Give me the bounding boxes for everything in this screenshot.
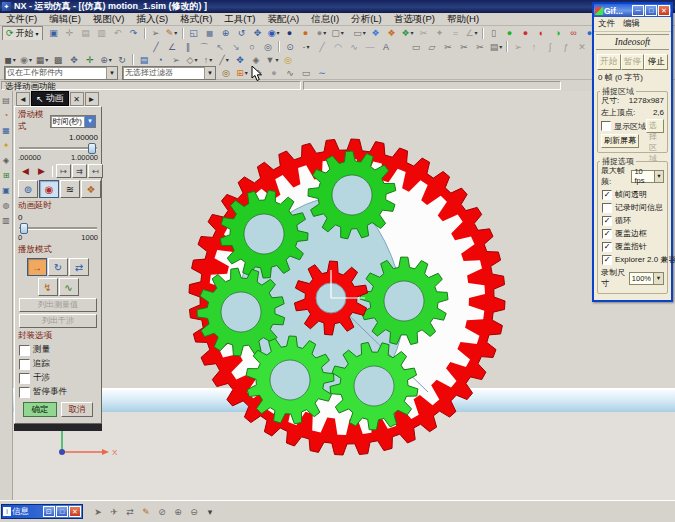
play-loop-icon[interactable]: ↻ <box>48 258 68 276</box>
vector-icon[interactable]: ↖ <box>213 40 228 54</box>
dropdown-arrow-icon[interactable]: ▾ <box>499 41 502 53</box>
paste-icon[interactable]: ▥ <box>94 26 109 40</box>
frame-icon[interactable]: ▭ <box>409 40 424 54</box>
integral-icon[interactable]: ʃ <box>543 40 558 54</box>
reuse-library-icon[interactable]: ✦ <box>0 139 13 152</box>
tab-prev-button[interactable]: ◄ <box>16 92 30 106</box>
part-navigator-icon[interactable]: ▦ <box>0 124 13 137</box>
checkbox-box[interactable]: ✓ <box>602 190 612 200</box>
disable-icon[interactable]: ⊘ <box>155 505 170 519</box>
edit-icon[interactable]: ✎ <box>139 505 154 519</box>
pick-icon[interactable]: ➢ <box>169 53 184 67</box>
function-icon[interactable]: ƒ <box>559 40 574 54</box>
checkbox-box[interactable]: ✓ <box>602 255 612 265</box>
cut2-icon[interactable]: ✂ <box>457 40 472 54</box>
bullseye-icon[interactable]: ◎ <box>281 53 296 67</box>
checkbox-item[interactable]: ✓覆盖边框 <box>602 228 663 239</box>
chevron-down-icon[interactable]: ▼ <box>204 67 215 79</box>
snap-mid-icon[interactable]: ❖▾ <box>400 26 415 40</box>
target-icon[interactable]: ⊕▾ <box>99 53 114 67</box>
checkbox-item[interactable]: ✓循环 <box>602 215 663 226</box>
play-once-icon[interactable]: → <box>27 258 47 276</box>
checkbox-box[interactable]: ✓ <box>602 229 612 239</box>
checkbox-item[interactable]: 测量 <box>19 344 97 356</box>
selection-filter-combo[interactable]: 无选择过滤器 ▼ <box>122 66 216 80</box>
shaded-view-icon[interactable]: ◉▾ <box>266 26 281 40</box>
trace-icon[interactable]: ∿ <box>59 278 79 296</box>
redo-icon[interactable]: ↷ <box>126 26 141 40</box>
down-icon[interactable]: ▼▾ <box>265 53 280 67</box>
segment-icon[interactable]: — <box>363 40 378 54</box>
ok-button[interactable]: 确定 <box>23 402 57 417</box>
show-area-checkbox[interactable]: 显示区域 <box>601 121 646 132</box>
record-pause-button[interactable]: 暂停 <box>621 54 645 70</box>
select-area-button[interactable]: 选择区域 <box>646 119 664 133</box>
menu-item[interactable]: 文件 <box>598 18 615 30</box>
tab-next-button[interactable]: ► <box>85 92 99 106</box>
send-icon[interactable]: ✈ <box>107 505 122 519</box>
move-icon[interactable]: ✥ <box>67 53 82 67</box>
record-start-button[interactable]: 开始 <box>597 54 621 70</box>
cut3-icon[interactable]: ✂ <box>473 40 488 54</box>
arrow-up-icon[interactable]: ↑▾ <box>201 53 216 67</box>
menu-item[interactable]: 编辑(E) <box>43 13 87 26</box>
joint-icon[interactable]: ● <box>518 26 533 40</box>
menu-item[interactable]: 视图(V) <box>87 13 131 26</box>
hole-icon[interactable]: ◉▾ <box>19 53 34 67</box>
background-icon[interactable]: ●▾ <box>314 26 329 40</box>
time-slider[interactable] <box>18 143 98 152</box>
copy-icon[interactable]: ▤ <box>78 26 93 40</box>
animation-toggle-icon[interactable]: ◉ <box>39 180 59 198</box>
slide-mode-combo[interactable]: 时间(秒) ▼ <box>50 115 96 128</box>
snap-point-icon[interactable]: ❖ <box>384 26 399 40</box>
refresh-screen-button[interactable]: 刷新屏幕 <box>601 134 639 148</box>
circle2-icon[interactable]: ◎ <box>261 40 276 54</box>
spline-icon[interactable]: ╱ <box>315 40 330 54</box>
refresh-icon[interactable]: ↻ <box>115 53 130 67</box>
render-style-icon[interactable]: ● <box>298 26 313 40</box>
dropdown-arrow-icon[interactable]: ▾ <box>323 27 326 39</box>
step-forward-icon[interactable]: ↦ <box>56 164 71 178</box>
up-icon[interactable]: ↑ <box>527 40 542 54</box>
menu-item[interactable]: 分析(L) <box>345 13 388 26</box>
maximize-button[interactable]: □ <box>645 5 657 16</box>
gem-icon[interactable]: ◈ <box>249 53 264 67</box>
select-icon[interactable]: ➢ <box>148 26 163 40</box>
link-icon[interactable]: ● <box>502 26 517 40</box>
menu-item[interactable]: 格式(R) <box>174 13 218 26</box>
dropdown-arrow-icon[interactable]: ▾ <box>174 27 177 39</box>
palette-icon[interactable]: ◍ <box>0 199 13 212</box>
point-circle-icon[interactable]: ⊙ <box>283 40 298 54</box>
ball-icon[interactable]: ● <box>267 66 282 80</box>
diamond-icon[interactable]: ◇▾ <box>185 53 200 67</box>
link-page-icon[interactable]: ▯ <box>486 26 501 40</box>
dropdown-arrow-icon[interactable]: ▾ <box>45 54 48 66</box>
add-icon[interactable]: ✛ <box>62 26 77 40</box>
checkbox-box[interactable] <box>19 345 30 356</box>
tab-animation[interactable]: ↖ 动画 <box>31 91 69 106</box>
rotate-view-icon[interactable]: ↺ <box>234 26 249 40</box>
menu-item[interactable]: 插入(S) <box>130 13 174 26</box>
slash-icon[interactable]: ╱▾ <box>217 53 232 67</box>
fast-forward-icon[interactable]: ⇉ <box>72 164 87 178</box>
selection-scope-combo[interactable]: 仅在工作部件内 ▼ <box>4 66 118 80</box>
checkbox-box[interactable]: ✓ <box>602 242 612 252</box>
parallel-icon[interactable]: ∥ <box>181 40 196 54</box>
checkbox-box[interactable]: ✓ <box>602 216 612 226</box>
swap-icon[interactable]: ⇄ <box>123 505 138 519</box>
snap-grid-icon[interactable]: ⊞▾ <box>235 66 250 80</box>
assembly-navigator-icon[interactable]: ▤ <box>0 94 13 107</box>
filter-icon[interactable]: ◎ <box>219 66 234 80</box>
text-icon[interactable]: A <box>379 40 394 54</box>
dropdown-arrow-icon[interactable]: ▾ <box>29 54 32 66</box>
view-manager-icon[interactable]: ◈ <box>0 154 13 167</box>
orient-view-icon[interactable]: ● <box>282 26 297 40</box>
record-stop-button[interactable]: 停止 <box>644 54 668 70</box>
swoosh-icon[interactable]: ∼ <box>315 66 330 80</box>
checkbox-item[interactable]: 暂停事件 <box>19 386 97 398</box>
layer-icon[interactable]: ▢▾ <box>330 26 345 40</box>
cancel-button[interactable]: 取消 <box>61 402 93 417</box>
slider-thumb[interactable] <box>88 143 96 154</box>
delay-slider[interactable] <box>18 223 98 232</box>
conic-icon[interactable]: ◠ <box>331 40 346 54</box>
